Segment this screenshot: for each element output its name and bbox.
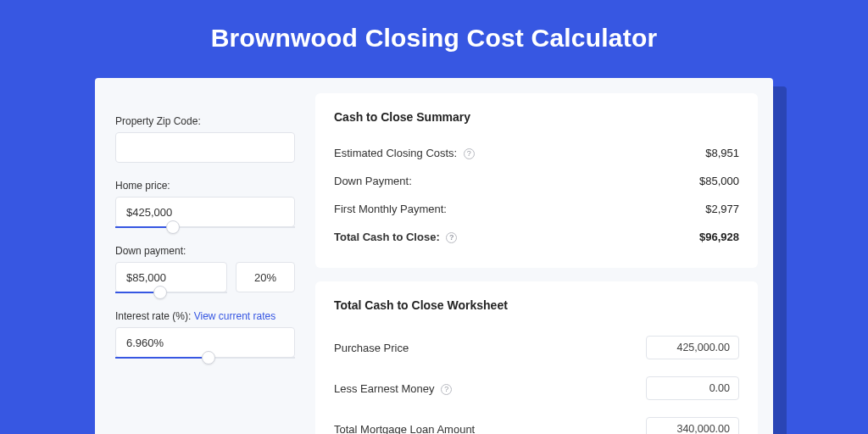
summary-total-row: Total Cash to Close: ? $96,928	[334, 223, 739, 251]
summary-card: Cash to Close Summary Estimated Closing …	[315, 93, 758, 268]
zip-input[interactable]	[115, 132, 295, 163]
help-icon[interactable]: ?	[441, 384, 452, 395]
interest-slider-thumb[interactable]	[202, 351, 215, 364]
worksheet-row-label: Total Mortgage Loan Amount	[334, 423, 475, 434]
help-icon[interactable]: ?	[464, 148, 475, 159]
interest-group: Interest rate (%): View current rates	[115, 310, 295, 359]
results-panel: Cash to Close Summary Estimated Closing …	[315, 78, 773, 434]
home-price-label: Home price:	[115, 180, 295, 192]
interest-label-text: Interest rate (%):	[115, 310, 191, 322]
summary-row-label: Down Payment:	[334, 175, 412, 187]
summary-row-label: First Monthly Payment:	[334, 203, 447, 215]
home-price-group: Home price:	[115, 180, 295, 228]
summary-total-value: $96,928	[699, 231, 739, 243]
summary-row: Down Payment: $85,000	[334, 167, 739, 195]
worksheet-card: Total Cash to Close Worksheet Purchase P…	[315, 281, 758, 434]
home-price-input[interactable]	[115, 197, 295, 227]
worksheet-title: Total Cash to Close Worksheet	[334, 298, 739, 312]
interest-slider[interactable]	[115, 357, 295, 359]
summary-title: Cash to Close Summary	[334, 110, 739, 124]
worksheet-row-label: Less Earnest Money	[334, 382, 435, 395]
summary-row-value: $8,951	[705, 147, 739, 159]
worksheet-row-value[interactable]: 425,000.00	[646, 336, 739, 359]
zip-group: Property Zip Code:	[115, 115, 295, 163]
page-title: Brownwood Closing Cost Calculator	[0, 0, 868, 73]
interest-slider-fill	[115, 357, 209, 359]
interest-label: Interest rate (%): View current rates	[115, 310, 295, 322]
zip-label: Property Zip Code:	[115, 115, 295, 127]
worksheet-row-label: Purchase Price	[334, 342, 409, 354]
worksheet-row: Total Mortgage Loan Amount 340,000.00	[334, 409, 739, 434]
down-payment-slider-thumb[interactable]	[153, 286, 167, 299]
home-price-slider-fill	[115, 226, 173, 228]
calculator-card: Property Zip Code: Home price: Down paym…	[95, 78, 773, 434]
summary-row-value: $85,000	[699, 175, 739, 187]
down-payment-slider[interactable]	[115, 292, 227, 293]
worksheet-row: Purchase Price 425,000.00	[334, 327, 739, 368]
worksheet-row-value[interactable]: 340,000.00	[646, 417, 739, 434]
view-rates-link[interactable]: View current rates	[194, 310, 276, 322]
summary-row-value: $2,977	[705, 203, 739, 215]
down-payment-label: Down payment:	[115, 245, 295, 257]
worksheet-row-value[interactable]: 0.00	[646, 376, 739, 400]
summary-row: Estimated Closing Costs: ? $8,951	[334, 139, 739, 167]
summary-row-label: Estimated Closing Costs:	[334, 147, 457, 159]
summary-total-label: Total Cash to Close:	[334, 231, 440, 243]
help-icon[interactable]: ?	[446, 232, 457, 243]
worksheet-row: Less Earnest Money ? 0.00	[334, 368, 739, 409]
home-price-slider[interactable]	[115, 226, 295, 228]
home-price-slider-thumb[interactable]	[166, 220, 180, 234]
summary-row: First Monthly Payment: $2,977	[334, 195, 739, 223]
down-payment-pct-input[interactable]	[236, 262, 295, 292]
down-payment-input[interactable]	[115, 262, 227, 292]
inputs-panel: Property Zip Code: Home price: Down paym…	[95, 78, 315, 434]
down-payment-group: Down payment:	[115, 245, 295, 293]
